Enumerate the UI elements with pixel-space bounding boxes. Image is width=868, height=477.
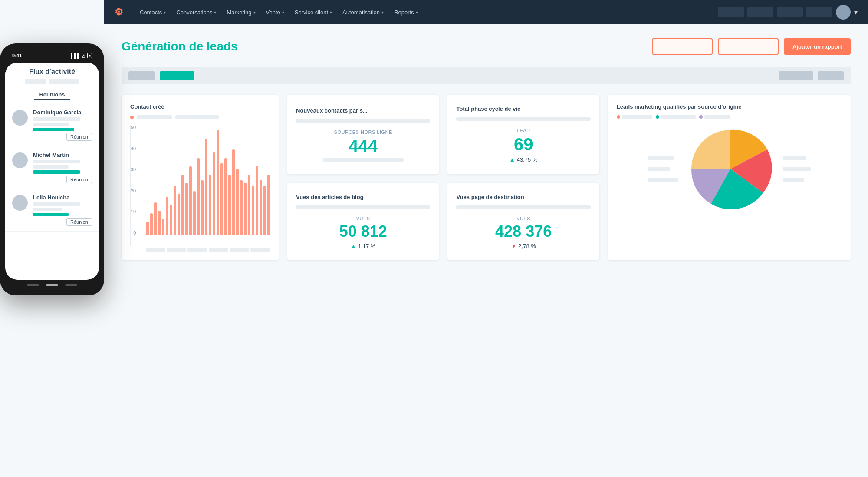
bar-9 (181, 175, 184, 235)
filter-bar-right (779, 71, 844, 80)
bar-13 (197, 158, 200, 236)
bar-20 (224, 158, 227, 236)
title-chip-1 (25, 79, 46, 84)
nav-button-3[interactable] (777, 7, 803, 17)
nav-item-marketing[interactable]: Marketing ▾ (222, 7, 260, 18)
filter-chip-active[interactable] (160, 71, 194, 80)
x-label-3 (187, 248, 207, 252)
pie-legend (617, 115, 842, 119)
dest-placeholder-bar (456, 205, 590, 209)
cycle-placeholder-bar (456, 117, 590, 121)
articles-blog-label: VUES (296, 216, 430, 221)
contact-avatar-3 (12, 195, 28, 211)
pie-side-label-2 (648, 167, 670, 171)
reunion-button-2[interactable]: Réunion (66, 176, 92, 183)
reunion-button-3[interactable]: Réunion (66, 218, 92, 226)
nav-button-2[interactable] (747, 7, 773, 17)
status-icons: ▌▌▌ △ ■ (71, 53, 92, 58)
arrow-up-icon: ▲ (510, 156, 515, 163)
nouveaux-contacts-value: 444 (296, 137, 430, 155)
bar-11 (189, 166, 192, 235)
nav-item-contacts[interactable]: Contacts ▾ (135, 7, 170, 18)
hubspot-logo: ⚙ (115, 7, 123, 18)
phone-app-title: Flux d'activité (12, 68, 92, 76)
bar-14 (201, 180, 204, 236)
nav-button-1[interactable] (718, 7, 744, 17)
contact-info-3: Leila Houicha Réunion (33, 194, 92, 226)
pie-labels-left (648, 156, 678, 182)
signal-icon: ▌▌▌ (71, 53, 80, 58)
pie-legend-item-1 (617, 115, 652, 119)
card-total-cycle-vie: Total phase cycle de vie LEAD 69 ▲ 43,75… (447, 95, 599, 174)
bar-25 (244, 183, 247, 235)
top-navigation: ⚙ Contacts ▾ Conversations ▾ Marketing ▾… (104, 0, 868, 24)
x-label-5 (230, 248, 249, 252)
nav-chevron-icon: ▾ (854, 8, 858, 17)
chevron-down-icon: ▾ (381, 10, 384, 15)
contact-line-1c (33, 128, 74, 131)
contact-info-1: Dominique Garcia Réunion (33, 109, 92, 141)
contact-item-1: Dominique Garcia Réunion (5, 104, 99, 146)
contact-name-1: Dominique Garcia (33, 109, 92, 116)
card-contact-cree: Contact créé 50 40 30 20 10 0 (122, 95, 279, 260)
contact-item-2: Michel Martin Réunion (5, 146, 99, 189)
bar-27 (252, 186, 254, 235)
bottom-bar-item-1 (27, 284, 39, 286)
header-actions: Ajouter un rapport (652, 38, 851, 55)
bar-18 (217, 130, 219, 235)
contact-item-3: Leila Houicha Réunion (5, 189, 99, 232)
bar-22 (232, 149, 235, 235)
chevron-down-icon: ▾ (282, 10, 284, 15)
cycle-vie-value: 69 (456, 136, 590, 153)
wifi-icon: △ (82, 53, 85, 58)
articles-blog-change: ▲ 1,17 % (296, 243, 430, 249)
bar-29 (260, 180, 262, 236)
bar-24 (240, 180, 243, 236)
pie-side-label-6 (783, 178, 804, 182)
main-content: Génération de leads Ajouter un rapport C… (104, 24, 868, 477)
bottom-bar-item-2 (46, 284, 58, 286)
bar-chart: 50 40 30 20 10 0 (130, 125, 270, 246)
reunion-button-1[interactable]: Réunion (66, 133, 92, 141)
bar-15 (205, 139, 207, 235)
cycle-vie-change: ▲ 43,75 % (456, 156, 590, 163)
phone-inner: Flux d'activité Réunions Dominique Garci… (5, 63, 99, 232)
contact-info-2: Michel Martin Réunion (33, 152, 92, 183)
pie-dot-3 (699, 115, 703, 119)
nav-item-service-client[interactable]: Service client ▾ (290, 7, 336, 18)
nouveaux-contacts-label: SOURCES HORS LIGNE (296, 129, 430, 135)
filter-button-2[interactable] (718, 38, 779, 55)
nav-item-automatisation[interactable]: Automatisation ▾ (338, 7, 388, 18)
add-report-button[interactable]: Ajouter un rapport (784, 38, 851, 55)
bar-26 (248, 175, 250, 235)
contact-line-3b (33, 208, 62, 211)
filter-chip-right-1 (779, 71, 813, 80)
page-destination-label: VUES (456, 216, 590, 221)
user-avatar[interactable] (836, 5, 851, 20)
filter-chip-right-2 (818, 71, 844, 80)
contact-row-2: Réunion (33, 176, 92, 183)
card-articles-blog: Vues des articles de blog VUES 50 812 ▲ … (287, 183, 439, 261)
nouveaux-contacts-title: Nouveaux contacts par s... (296, 107, 430, 114)
nav-item-conversations[interactable]: Conversations ▾ (172, 7, 220, 18)
arrow-up-icon-blog: ▲ (351, 243, 356, 249)
contact-name-3: Leila Houicha (33, 194, 92, 201)
chevron-down-icon: ▾ (330, 10, 332, 15)
nav-item-reports[interactable]: Reports ▾ (390, 7, 422, 18)
pie-chart-container (617, 126, 842, 212)
filter-chip-1 (128, 71, 155, 80)
nav-item-vente[interactable]: Vente ▾ (262, 7, 289, 18)
phone-mockup: 9:41 ▌▌▌ △ ■ Flux d'activité Réunions (0, 43, 104, 295)
filter-button-1[interactable] (652, 38, 713, 55)
bar-1 (150, 213, 153, 235)
battery-icon: ■ (87, 53, 92, 58)
tab-reunions[interactable]: Réunions (34, 89, 70, 100)
bar-28 (256, 166, 258, 235)
x-label-1 (146, 248, 165, 252)
nav-button-4[interactable] (806, 7, 832, 17)
contact-row-1: Réunion (33, 133, 92, 141)
pie-side-label-4 (783, 156, 806, 160)
bar-5 (166, 197, 168, 235)
bar-2 (154, 202, 157, 236)
pie-labels-right (783, 156, 811, 182)
